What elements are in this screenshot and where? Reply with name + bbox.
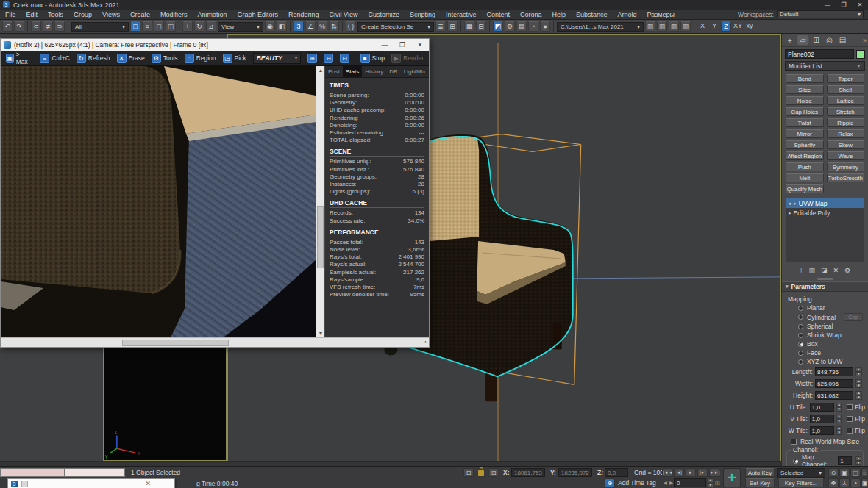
tab-lightmix[interactable]: LightMix [401, 66, 429, 77]
w-tile-spinner[interactable]: ▲▼ [836, 426, 842, 435]
selection-lock-icon[interactable] [478, 470, 484, 477]
scale-icon[interactable]: ⊿ [206, 21, 216, 32]
show-end-result-icon[interactable]: ▥ [809, 267, 816, 274]
vfb-titlebar[interactable]: (Hotfix 2) | 625×625px (4:1) | Camera: F… [1, 39, 429, 51]
cap-checkbox[interactable]: Cap [844, 313, 863, 321]
modifier-button[interactable]: Melt [786, 173, 824, 182]
real-world-row[interactable]: Real-World Map Size [785, 437, 865, 447]
v-tile-spinner[interactable]: ▲▼ [836, 415, 842, 423]
u-tile-spinner[interactable]: ▲▼ [836, 403, 842, 412]
modifier-button[interactable]: Push [786, 162, 824, 171]
w-tile-field[interactable]: 1,0 [810, 426, 834, 435]
mapping-cylindrical[interactable]: CylindricalCap [785, 312, 865, 322]
absolute-mode-icon[interactable]: ⊞ [488, 468, 499, 477]
stack-item-editable-poly[interactable]: ▸ Editable Poly [786, 208, 864, 218]
key-mode-icon[interactable]: ⚿ [715, 479, 719, 487]
axis-z-button[interactable]: Z [721, 21, 731, 32]
layer-explorer-icon[interactable]: ▥ [657, 21, 667, 32]
mapping-xyz-to-uvw[interactable]: XYZ to UVW [785, 357, 865, 366]
axis-x-button[interactable]: X [697, 21, 708, 32]
named-selection-dropdown[interactable]: Create Selection Se▾ [357, 22, 434, 32]
menu-item[interactable]: Customize [363, 10, 405, 20]
vfb-pick-button[interactable]: ◳Pick [220, 52, 249, 65]
menu-item[interactable]: Create [125, 10, 155, 20]
radio-icon[interactable] [793, 459, 798, 464]
modifier-button[interactable]: Ripple [827, 118, 865, 127]
width-field[interactable]: 625,096 [815, 379, 853, 388]
menu-item[interactable]: File [0, 10, 21, 20]
project-path-dropdown[interactable]: C:\Users\1...s Max 2021▾ [557, 22, 644, 32]
modifier-button[interactable]: Bend [786, 74, 824, 83]
radio-icon[interactable] [798, 306, 803, 311]
popup-close-icon[interactable]: ✕ [145, 480, 171, 487]
key-filters-button[interactable]: Key Filters... [778, 478, 824, 487]
stack-item-uvw-map[interactable]: ● ▸ UVW Map [786, 198, 864, 208]
modifier-button[interactable]: Noise [786, 96, 824, 105]
window-crossing-icon[interactable]: ◫ [166, 21, 176, 32]
radio-icon[interactable] [798, 342, 803, 347]
redo-icon[interactable]: ↷ [14, 21, 24, 32]
radio-icon[interactable] [798, 333, 803, 338]
time-nudge-icon[interactable]: ◄► [662, 479, 675, 487]
mirror-icon[interactable]: ◧ [277, 21, 287, 32]
tab-display-icon[interactable]: ▤ [836, 35, 849, 46]
unlink-icon[interactable]: ⊄ [43, 21, 53, 32]
w-flip-checkbox[interactable] [847, 428, 853, 434]
select-link-icon[interactable]: ⊂ [31, 21, 41, 32]
current-frame-field[interactable]: 0 [674, 478, 706, 487]
snap-toggle-icon[interactable]: 3 [294, 21, 304, 32]
make-unique-icon[interactable]: ◪ [821, 267, 828, 274]
modifier-button[interactable]: TurboSmooth [827, 173, 865, 182]
select-object-icon[interactable]: □ [130, 21, 140, 32]
vfb-refresh-button[interactable]: ↻Refresh [74, 52, 113, 65]
configure-modifier-sets-icon[interactable]: ⚙ [844, 267, 850, 274]
menu-item[interactable]: Substance [571, 10, 613, 20]
height-spinner[interactable]: ▲▼ [855, 391, 862, 400]
mapping-planar[interactable]: Planar [785, 304, 865, 312]
vfb-maximize-button[interactable]: ❐ [394, 41, 411, 49]
angle-snap-icon[interactable]: ∠ [305, 21, 316, 32]
vfb-vertical-scrollbar[interactable]: ▲ ▼ [316, 66, 324, 337]
modifier-button[interactable]: Cap Holes [786, 107, 824, 116]
modifier-button[interactable]: Affect Region [786, 151, 824, 160]
vfb-zoom-fit-button[interactable]: ⊡ [337, 52, 352, 65]
menu-item[interactable]: Corona [515, 10, 547, 20]
scroll-right-icon[interactable]: › [424, 339, 427, 345]
go-to-start-icon[interactable]: |◄◄ [662, 468, 672, 477]
scene-explorer-icon[interactable]: ▥ [645, 21, 655, 32]
vfb-horizontal-scrollbar[interactable]: › [1, 337, 429, 347]
modifier-button[interactable]: Spherify [786, 140, 824, 149]
render-iterative-icon[interactable]: ◕ [540, 21, 550, 32]
taskbar-preview-popup[interactable]: 3 ✕ [7, 478, 175, 488]
auto-key-button[interactable]: Auto Key [745, 468, 775, 477]
scroll-up-icon[interactable]: ▲ [316, 66, 325, 74]
align-icon[interactable]: ≣ [435, 21, 446, 32]
width-spinner[interactable]: ▲▼ [855, 379, 862, 388]
front-viewport[interactable]: x y z [103, 348, 227, 461]
pan-icon[interactable]: ✥ [828, 478, 839, 487]
maxscript-mini-listener-input[interactable] [65, 468, 125, 477]
menu-item[interactable]: Interactive [441, 10, 482, 20]
add-time-tag[interactable]: Add Time Tag [618, 479, 656, 487]
walk-through-icon[interactable]: ⅄ [839, 478, 850, 487]
modifier-button[interactable]: Mirror [786, 129, 824, 138]
modifier-button[interactable]: Wave [827, 151, 865, 160]
vscroll-thumb[interactable] [317, 206, 324, 268]
length-field[interactable]: 848,736 [815, 367, 853, 376]
height-field[interactable]: 631,082 [815, 391, 853, 400]
track-bar[interactable] [0, 461, 781, 466]
vfb-copy-button[interactable]: ≡Ctrl+C [37, 52, 72, 65]
tab-dr[interactable]: DR [386, 66, 401, 77]
modifier-button[interactable]: Quadify Mesh [786, 184, 824, 193]
zoom-icon[interactable]: ⊙ [828, 468, 839, 477]
layer-manager-icon[interactable]: ⊞ [447, 21, 458, 32]
menu-item[interactable]: Animation [192, 10, 232, 20]
curve-editor-icon[interactable]: ▦ [464, 21, 474, 32]
remove-modifier-icon[interactable]: ✕ [833, 267, 839, 274]
map-channel-row[interactable]: Map Channel: 1 ▲▼ [789, 453, 861, 466]
add-mini-button[interactable]: + [723, 468, 741, 487]
modifier-button[interactable]: Stretch [827, 107, 865, 116]
vfb-tools-button[interactable]: ⚙Tools [149, 52, 181, 65]
object-name-field[interactable]: Plane002 [785, 49, 854, 59]
ribbon-icon[interactable]: ▥ [669, 21, 679, 32]
